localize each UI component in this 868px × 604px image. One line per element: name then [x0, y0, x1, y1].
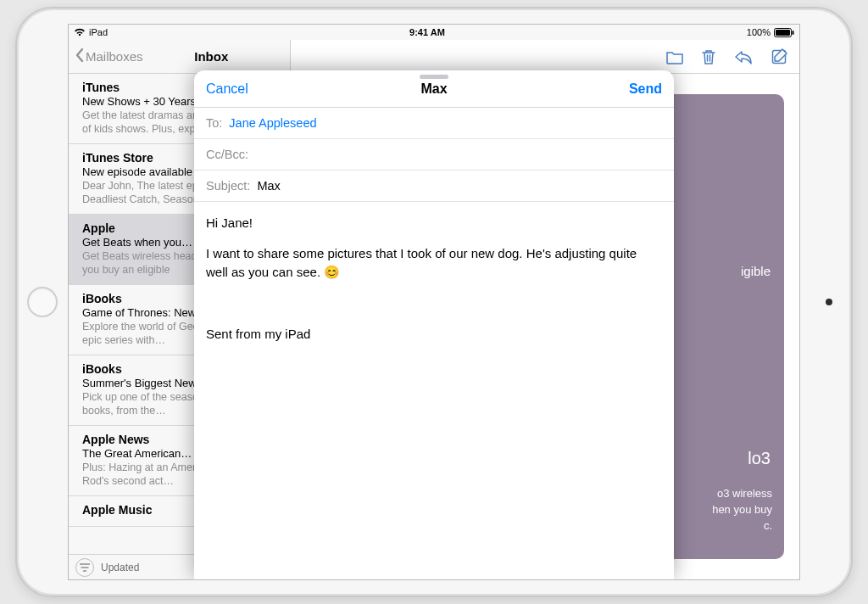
subject-label: Subject:	[206, 179, 250, 193]
sidebar-header: Mailboxes Inbox	[69, 40, 290, 74]
ipad-bezel: iPad 9:41 AM 100% Mailboxes	[15, 7, 853, 597]
front-camera	[826, 299, 832, 305]
folder-icon[interactable]	[665, 49, 684, 64]
ccbcc-label: Cc/Bcc:	[206, 148, 248, 161]
compose-header: Cancel Max Send	[194, 70, 674, 108]
cancel-button[interactable]: Cancel	[206, 81, 248, 97]
updated-label: Updated	[101, 562, 139, 573]
recipient-chip[interactable]: Jane Appleseed	[229, 116, 316, 130]
reply-icon[interactable]	[733, 49, 754, 64]
battery-icon	[774, 28, 794, 37]
wifi-icon	[74, 28, 86, 36]
svg-rect-2	[792, 31, 793, 35]
status-bar: iPad 9:41 AM 100%	[69, 25, 799, 40]
signature: Sent from my iPad	[206, 325, 662, 344]
status-time: 9:41 AM	[409, 27, 445, 37]
promo-title: lo3	[748, 449, 771, 468]
filter-button[interactable]	[75, 558, 94, 577]
svg-rect-1	[776, 30, 790, 36]
sidebar-title: Inbox	[140, 49, 283, 64]
to-row[interactable]: To: Jane Appleseed	[194, 108, 674, 139]
subject-row[interactable]: Subject: Max	[194, 171, 674, 202]
subject-value[interactable]: Max	[257, 179, 280, 193]
battery-percentage: 100%	[747, 27, 771, 37]
content-toolbar	[291, 40, 799, 74]
promo-text: igible	[741, 264, 771, 278]
chevron-left-icon	[75, 48, 84, 64]
compose-title: Max	[194, 81, 674, 97]
compose-body[interactable]: Hi Jane! I want to share some pictures t…	[194, 202, 674, 579]
back-label: Mailboxes	[86, 49, 143, 64]
body-line: Hi Jane!	[206, 214, 662, 232]
compose-sheet: Cancel Max Send To: Jane Appleseed Cc/Bc…	[194, 70, 674, 579]
home-button[interactable]	[27, 287, 58, 317]
drag-handle[interactable]	[420, 75, 448, 79]
screen: iPad 9:41 AM 100% Mailboxes	[68, 24, 800, 580]
to-label: To:	[206, 116, 222, 130]
compose-icon[interactable]	[771, 48, 787, 65]
send-button[interactable]: Send	[629, 81, 662, 97]
back-to-mailboxes[interactable]: Mailboxes	[75, 48, 143, 64]
promo-desc: o3 wirelesshen you buyc.	[712, 486, 772, 534]
ccbcc-row[interactable]: Cc/Bcc:	[194, 139, 674, 171]
body-line: I want to share some pictures that I too…	[206, 244, 662, 282]
device-label: iPad	[89, 27, 108, 37]
trash-icon[interactable]	[701, 48, 716, 65]
